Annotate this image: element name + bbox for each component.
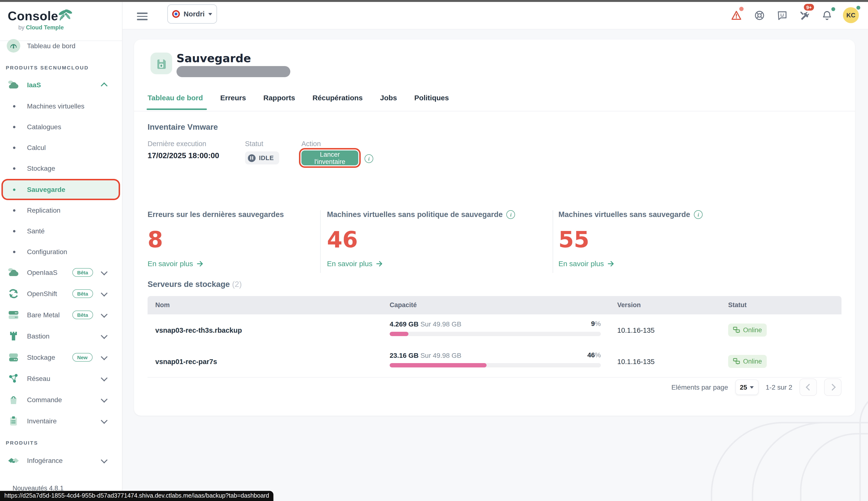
server-icon [7, 308, 20, 322]
tools-icon[interactable] [799, 10, 810, 21]
brand-logo[interactable]: Console byCloud Temple [0, 2, 122, 41]
sidebar-item-sante[interactable]: Santé [0, 222, 122, 239]
brand-company: Cloud Temple [26, 24, 64, 31]
sidebar-item-commande[interactable]: Commande [0, 391, 122, 408]
status-online-label: Online [743, 327, 762, 334]
next-page-button[interactable] [824, 379, 842, 396]
sidebar-item-openiaas[interactable]: OpenIaaS Bêta [0, 264, 122, 281]
learn-more-link[interactable]: En savoir plus [558, 259, 780, 268]
sidebar-item-label: OpenShift [27, 290, 57, 298]
sidebar-item-infogerance[interactable]: Infogérance [0, 452, 122, 469]
sidebar-item-label: Configuration [27, 248, 67, 256]
sidebar-item-replication[interactable]: Replication [0, 202, 122, 219]
chevron-down-icon[interactable] [101, 290, 108, 296]
sidebar-item-label: Santé [27, 227, 45, 235]
sidebar-item-machines-virtuelles[interactable]: Machines virtuelles [0, 97, 122, 115]
chevron-down-icon[interactable] [101, 456, 108, 463]
notifications-bell-icon[interactable] [821, 10, 833, 21]
feedback-chat-icon[interactable] [776, 10, 788, 21]
sidebar-item-label: Réseau [27, 375, 50, 382]
dragonfly-icon [57, 8, 73, 23]
info-icon[interactable]: i [506, 210, 515, 219]
tenant-flag-icon [172, 10, 180, 18]
tab-erreurs[interactable]: Erreurs [220, 94, 246, 110]
bullet-icon [13, 167, 15, 170]
handshake-icon [7, 454, 20, 467]
chevron-down-icon[interactable] [101, 353, 108, 360]
tab-jobs[interactable]: Jobs [380, 94, 397, 110]
capacity-total: Sur 49.98 GB [420, 320, 461, 328]
sidebar-item-inventaire[interactable]: Inventaire [0, 412, 122, 430]
chevron-down-icon[interactable] [101, 268, 108, 275]
col-version: Version [617, 301, 641, 309]
sidebar-item-configuration[interactable]: Configuration [0, 243, 122, 260]
sidebar-item-bare-metal[interactable]: Bare Metal Bêta [0, 306, 122, 323]
sidebar-item-catalogues[interactable]: Catalogues [0, 118, 122, 136]
stat-title: Machines virtuelles sans sauvegarde [558, 210, 690, 219]
page-title: Sauvegarde [176, 52, 251, 65]
action-label: Action [301, 140, 321, 148]
table-row[interactable]: vsnap03-rec-th3s.rbackup 4.269 GB Sur 49… [148, 315, 842, 346]
chevron-down-icon[interactable] [101, 311, 108, 318]
learn-more-link[interactable]: En savoir plus [327, 259, 549, 268]
sidebar-item-calcul[interactable]: Calcul [0, 139, 122, 156]
chevron-down-icon[interactable] [101, 374, 108, 381]
menu-toggle-button[interactable] [137, 12, 148, 22]
sidebar-item-bastion[interactable]: Bastion [0, 328, 122, 345]
decorative-curve [859, 390, 868, 501]
sidebar-item-label: Replication [27, 206, 61, 214]
status-online-badge: Online [728, 323, 767, 337]
pause-icon [248, 154, 256, 162]
launch-inventory-button[interactable]: Lancer l'inventaire [301, 150, 358, 166]
tab-tableau-de-bord[interactable]: Tableau de bord [148, 94, 203, 110]
learn-more-link[interactable]: En savoir plus [148, 259, 311, 268]
tab-politiques[interactable]: Politiques [414, 94, 449, 110]
avatar-status-dot [856, 6, 860, 10]
storage-heading-label: Serveurs de stockage [148, 280, 230, 288]
capacity-cell: 23.16 GB Sur 49.98 GB 46% [390, 351, 601, 360]
sidebar-item-stockage[interactable]: Stockage New [0, 349, 122, 366]
sidebar-item-stockage-iaas[interactable]: Stockage [0, 160, 122, 177]
avatar[interactable]: KC [843, 7, 859, 23]
sidebar-item-dashboard[interactable]: Tableau de bord [0, 37, 122, 54]
chevron-down-icon[interactable] [101, 417, 108, 424]
beta-badge: Bêta [72, 289, 93, 298]
app-window: Console byCloud Temple Tableau de bord P… [0, 0, 868, 501]
server-name: vsnap03-rec-th3s.rbackup [155, 315, 242, 346]
sidebar-item-reseau[interactable]: Réseau [0, 370, 122, 387]
tenant-selector[interactable]: Nordri [167, 4, 217, 24]
page-range: 1-2 sur 2 [766, 383, 793, 391]
prev-page-button[interactable] [800, 379, 817, 396]
capacity-percent: 9% [591, 320, 601, 328]
tools-count-badge: 9+ [804, 4, 814, 11]
table-row[interactable]: vsnap01-rec-par7s 23.16 GB Sur 49.98 GB … [148, 346, 842, 377]
last-exec-label: Dernière execution [148, 140, 206, 148]
table-header: Nom Capacité Version Statut [148, 296, 842, 315]
info-icon[interactable]: i [694, 210, 703, 219]
capacity-bar [390, 332, 601, 336]
help-lifebuoy-icon[interactable] [754, 10, 765, 21]
arrow-right-icon [196, 260, 204, 267]
tab-rapports[interactable]: Rapports [263, 94, 295, 110]
tab-recuperations[interactable]: Récupérations [312, 94, 363, 110]
page-size-select[interactable]: 25 [736, 380, 759, 395]
sidebar-item-iaas[interactable]: IaaS [0, 76, 122, 94]
info-icon[interactable]: i [365, 154, 373, 163]
page-size-label: Eléments par page [671, 383, 728, 391]
chevron-up-icon[interactable] [101, 83, 108, 89]
alerts-warning-icon[interactable] [731, 10, 742, 21]
stat-value: 46 [327, 227, 549, 253]
sidebar-item-openshift[interactable]: OpenShift Bêta [0, 285, 122, 302]
pagination: Eléments par page 25 1-2 sur 2 [671, 379, 842, 395]
monitors-icon [733, 327, 740, 334]
stat-card-no-policy: Machines virtuelles sans politique de sa… [327, 210, 549, 268]
sidebar-item-sauvegarde-active[interactable]: Sauvegarde [3, 180, 119, 199]
network-icon [7, 372, 20, 385]
chevron-down-icon[interactable] [101, 332, 108, 339]
inventory-heading: Inventaire Vmware [148, 122, 218, 132]
chevron-down-icon[interactable] [101, 396, 108, 402]
capacity-bar [390, 363, 601, 367]
stat-card-errors: Erreurs sur les dernières sauvegardes 8 … [148, 210, 311, 268]
stat-title: Erreurs sur les dernières sauvegardes [148, 210, 284, 219]
bullet-icon [13, 105, 15, 107]
